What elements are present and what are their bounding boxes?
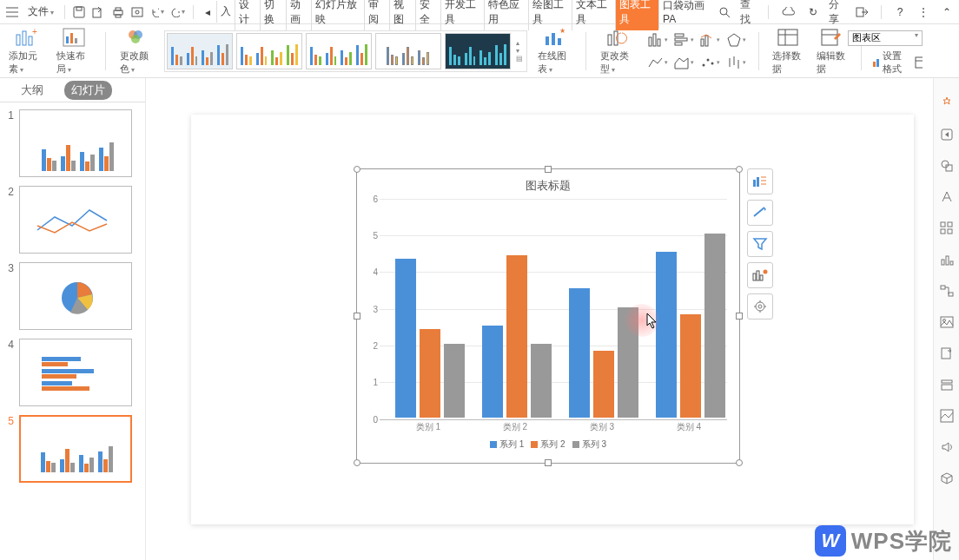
online-chart-button[interactable]: ★ 在线图表 bbox=[534, 26, 575, 76]
cloud-icon[interactable] bbox=[782, 5, 796, 19]
print-icon[interactable] bbox=[112, 5, 124, 19]
svg-rect-86 bbox=[109, 446, 113, 472]
tab-review[interactable]: 审阅 bbox=[364, 0, 390, 30]
sync-icon[interactable]: ↻ bbox=[808, 5, 819, 19]
set-format-button[interactable]: 设置格式 bbox=[871, 49, 923, 76]
svg-line-12 bbox=[726, 14, 730, 17]
help-icon[interactable]: ? bbox=[894, 5, 905, 19]
canvas-area[interactable]: 图表标题 0123456 类别 1类别 2类别 3类别 4 系列 1 系列 2 … bbox=[146, 78, 959, 560]
edit-data-button[interactable]: 编辑数据 bbox=[813, 26, 850, 76]
svg-rect-81 bbox=[79, 455, 83, 472]
tab-view[interactable]: 视图 bbox=[389, 0, 415, 30]
add-element-button[interactable]: + 添加元素 bbox=[5, 26, 46, 76]
tab-slideshow[interactable]: 幻灯片放映 bbox=[311, 0, 363, 30]
right-tool-layers[interactable] bbox=[939, 377, 955, 392]
right-tool-image[interactable] bbox=[939, 314, 955, 330]
right-tool-text[interactable] bbox=[939, 189, 955, 205]
chart-area-dropdown[interactable]: 图表区▾ bbox=[848, 30, 923, 46]
svg-rect-60 bbox=[66, 145, 70, 171]
tab-design[interactable]: 设计 bbox=[235, 0, 261, 30]
slide-thumb-1[interactable]: 1 bbox=[3, 109, 142, 177]
svg-rect-59 bbox=[61, 156, 65, 171]
collapse-icon[interactable]: ⌃ bbox=[942, 5, 953, 19]
more-icon[interactable]: ⋮ bbox=[918, 5, 929, 19]
preview-icon[interactable] bbox=[131, 5, 143, 19]
chart-settings-button[interactable] bbox=[747, 293, 773, 320]
tab-animation[interactable]: 动画 bbox=[286, 0, 312, 30]
chart-elements-button[interactable] bbox=[747, 168, 773, 194]
quick-layout-button[interactable]: 快速布局 bbox=[53, 26, 94, 76]
tab-devtools[interactable]: 开发工具 bbox=[440, 0, 484, 30]
slide-list[interactable]: 1 2 3 4 5 bbox=[0, 102, 145, 560]
chart-type-area[interactable]: ▾ bbox=[671, 52, 696, 73]
chart-type-combo[interactable]: ▾ bbox=[698, 30, 722, 50]
right-tool-grid[interactable] bbox=[939, 221, 955, 236]
chart-styles-gallery[interactable]: ▴▾▤ bbox=[164, 30, 527, 72]
edit-data-label: 编辑数据 bbox=[817, 49, 847, 76]
share-label[interactable]: 分享 bbox=[829, 0, 846, 27]
chart-style-1[interactable] bbox=[167, 33, 233, 69]
save-icon[interactable] bbox=[73, 5, 85, 19]
change-type-label: 更改类型 bbox=[600, 49, 634, 76]
chart-type-radar[interactable]: ▾ bbox=[724, 30, 748, 50]
right-tool-flow[interactable] bbox=[939, 283, 955, 299]
slide-canvas[interactable]: 图表标题 0123456 类别 1类别 2类别 3类别 4 系列 1 系列 2 … bbox=[191, 115, 914, 524]
chart-type-stock[interactable]: ▾ bbox=[724, 52, 748, 73]
right-tool-audio[interactable] bbox=[939, 439, 955, 455]
tab-security[interactable]: 安全 bbox=[415, 0, 441, 30]
tab-scroll-left-icon[interactable]: ◂ bbox=[202, 5, 214, 19]
right-tool-magic[interactable] bbox=[939, 96, 955, 111]
chart-filter-button[interactable] bbox=[747, 231, 773, 257]
svg-rect-111 bbox=[950, 261, 953, 265]
svg-rect-63 bbox=[85, 161, 89, 171]
slide-thumb-2[interactable]: 2 bbox=[3, 186, 142, 254]
chart-object[interactable]: 图表标题 0123456 类别 1类别 2类别 3类别 4 系列 1 系列 2 … bbox=[356, 168, 740, 464]
right-tool-select[interactable] bbox=[939, 127, 955, 142]
chart-quick-button[interactable] bbox=[747, 262, 773, 288]
tab-insert-truncated[interactable]: 入 bbox=[216, 1, 235, 23]
search-icon[interactable] bbox=[718, 5, 731, 19]
slide-thumb-4[interactable]: 4 bbox=[3, 339, 142, 406]
file-menu[interactable]: 文件 bbox=[23, 3, 59, 21]
redo-icon[interactable] bbox=[171, 5, 185, 19]
properties-icon[interactable] bbox=[915, 56, 923, 69]
undo-icon[interactable] bbox=[150, 5, 164, 19]
export-icon[interactable] bbox=[92, 5, 104, 19]
tab-pocket-anim[interactable]: 口袋动画 PA bbox=[658, 0, 716, 29]
change-color-button[interactable]: 更改颜色 bbox=[116, 26, 157, 76]
gallery-scroll[interactable]: ▴▾▤ bbox=[514, 33, 525, 69]
chart-type-column[interactable]: ▾ bbox=[645, 30, 670, 50]
right-tool-export[interactable] bbox=[939, 346, 955, 361]
chart-type-bar[interactable]: ▾ bbox=[671, 30, 696, 50]
wps-watermark-text: WPS学院 bbox=[851, 526, 952, 557]
change-type-button[interactable]: 更改类型 bbox=[597, 26, 638, 76]
slides-tab[interactable]: 幻灯片 bbox=[64, 81, 112, 100]
right-tool-3d[interactable] bbox=[939, 471, 955, 486]
plot-area[interactable]: 0123456 bbox=[380, 199, 727, 418]
hamburger-icon[interactable] bbox=[6, 5, 18, 19]
chart-style-3[interactable] bbox=[306, 33, 372, 69]
tab-special[interactable]: 特色应用 bbox=[484, 0, 527, 30]
chart-style-4[interactable] bbox=[375, 33, 441, 69]
svg-rect-117 bbox=[942, 380, 952, 383]
chart-title[interactable]: 图表标题 bbox=[360, 173, 736, 199]
slide-thumb-5[interactable]: 5 bbox=[3, 415, 142, 483]
chart-styles-button[interactable] bbox=[747, 200, 773, 226]
tab-transition[interactable]: 切换 bbox=[260, 0, 286, 30]
svg-marker-39 bbox=[728, 34, 740, 46]
right-tool-shape[interactable] bbox=[939, 158, 955, 174]
search-label[interactable]: 查找 bbox=[740, 0, 757, 27]
chart-legend[interactable]: 系列 1 系列 2 系列 3 bbox=[360, 438, 736, 451]
select-data-button[interactable]: 选择数据 bbox=[769, 26, 806, 76]
chart-type-line[interactable]: ▾ bbox=[645, 52, 670, 73]
right-tool-gallery[interactable] bbox=[939, 408, 955, 424]
slide-thumb-3[interactable]: 3 bbox=[3, 262, 142, 330]
chart-style-2[interactable] bbox=[236, 33, 302, 69]
right-tool-chart[interactable] bbox=[939, 252, 955, 267]
outline-tab[interactable]: 大纲 bbox=[14, 81, 50, 100]
exit-icon[interactable] bbox=[856, 5, 868, 19]
svg-rect-118 bbox=[942, 385, 952, 390]
chart-type-scatter[interactable]: ▾ bbox=[698, 52, 722, 73]
svg-rect-14 bbox=[17, 35, 20, 45]
chart-style-5[interactable] bbox=[445, 33, 511, 69]
